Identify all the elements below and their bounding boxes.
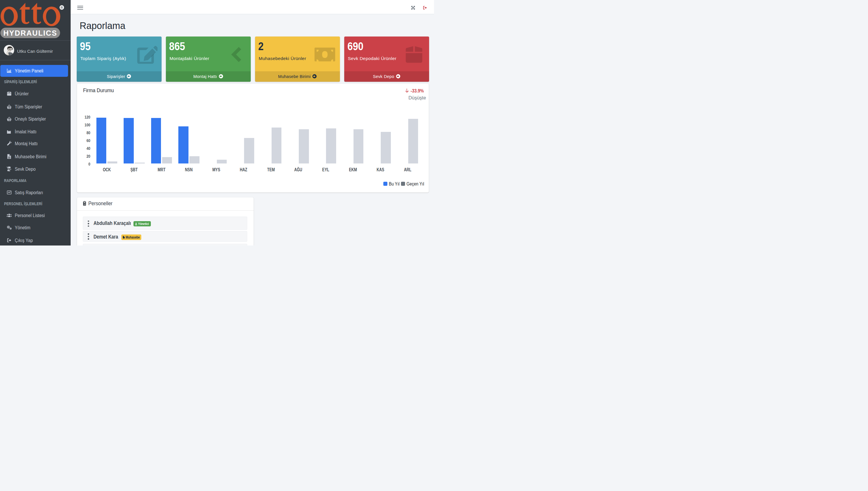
svg-text:HYDRAULICS: HYDRAULICS [3, 29, 57, 37]
svg-text:R: R [61, 6, 63, 9]
